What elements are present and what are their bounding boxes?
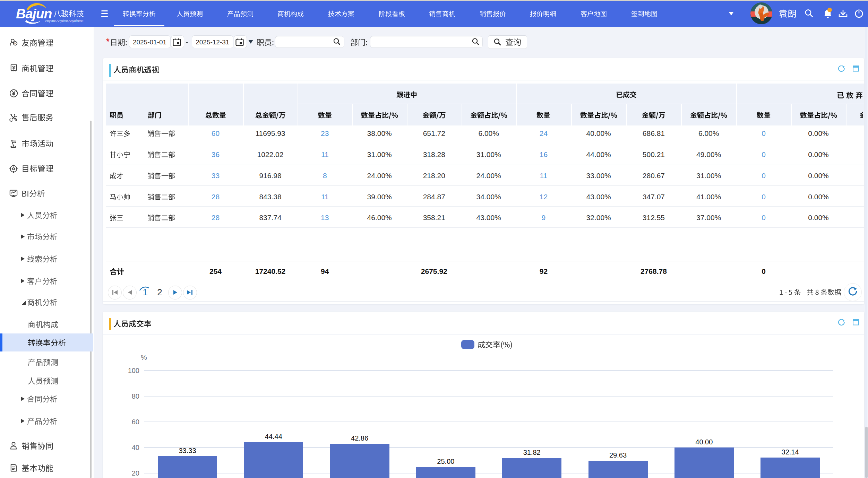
svg-text:vs: vs xyxy=(14,42,16,44)
